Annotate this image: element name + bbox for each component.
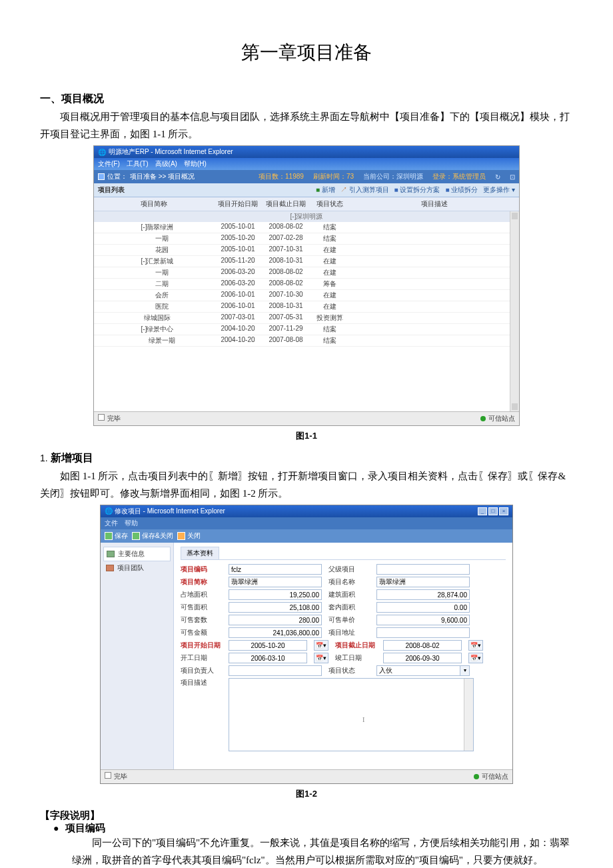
date-picker-end[interactable]: 📅▾ — [468, 653, 483, 663]
field-spec-header: 【字段说明】 — [40, 809, 573, 822]
col-start-date[interactable]: 项目开始日期 — [214, 199, 262, 209]
input-end-date[interactable] — [383, 653, 462, 663]
close-window-button[interactable]: × — [499, 507, 508, 515]
sidebar-item-team[interactable]: 项目团队 — [103, 561, 171, 575]
label-project-short: 项目简称 — [181, 577, 222, 587]
table-row[interactable]: 一期2006-03-202008-08-02在建 — [94, 267, 519, 279]
chapter-title: 第一章项目准备 — [40, 40, 573, 65]
status-trust: 可信站点 — [474, 772, 508, 781]
label-end-date: 竣工日期 — [335, 653, 376, 663]
ie-titlebar: 🌐 明源地产ERP - Microsoft Internet Explorer — [94, 146, 519, 158]
menu-advanced[interactable]: 高级(A) — [155, 159, 177, 169]
input-inside-area[interactable] — [376, 602, 470, 613]
group-row[interactable]: [-]深圳明源 — [94, 211, 519, 222]
menu-help[interactable]: 帮助(H) — [184, 159, 207, 169]
refresh-icon[interactable]: ↻ — [495, 173, 500, 181]
menu-file[interactable]: 文件 — [105, 519, 118, 528]
dialog-toolbar: 保存 保存&关闭 关闭 — [101, 529, 512, 543]
input-begin-date[interactable] — [229, 653, 307, 663]
col-project-short[interactable]: 项目简称 — [94, 199, 214, 209]
table-row[interactable]: 一期2005-10-202007-02-28结案 — [94, 233, 519, 245]
menu-help[interactable]: 帮助 — [125, 519, 138, 528]
table-row[interactable]: [-]绿景中心2004-10-202007-11-29结案 — [94, 324, 519, 335]
label-salable-amount: 可售金额 — [181, 628, 222, 637]
fullscreen-icon[interactable]: ⊡ — [510, 173, 515, 181]
date-picker-begin[interactable]: 📅▾ — [314, 653, 328, 663]
table-row[interactable]: 绿景一期2004-10-202007-08-08结案 — [94, 335, 519, 347]
input-land-area[interactable] — [229, 589, 322, 600]
table-header: 项目简称 项目开始日期 项目截止日期 项目状态 项目描述 — [94, 197, 519, 211]
menu-file[interactable]: 文件(F) — [98, 159, 120, 169]
maximize-button[interactable]: □ — [488, 507, 498, 515]
save-close-button[interactable]: 保存&关闭 — [132, 531, 173, 541]
label-project-status: 项目状态 — [328, 666, 370, 675]
save-icon — [105, 532, 113, 540]
label-begin-date: 开工日期 — [181, 653, 222, 663]
date-picker-deadline[interactable]: 📅▾ — [468, 640, 483, 651]
table-row[interactable]: 花园2005-10-012007-10-31在建 — [94, 245, 519, 256]
figure-1-screenshot: 🌐 明源地产ERP - Microsoft Internet Explorer … — [93, 145, 520, 426]
minimize-button[interactable]: _ — [478, 507, 487, 515]
close-button[interactable]: 关闭 — [177, 531, 201, 541]
textarea-scrollbar[interactable] — [464, 679, 473, 751]
save-button[interactable]: 保存 — [105, 531, 128, 541]
breadcrumb: 项目准备 >> 项目概况 — [130, 172, 195, 181]
label-inside-area: 套内面积 — [328, 603, 370, 612]
label-project-desc: 项目描述 — [181, 678, 222, 687]
input-unit-price[interactable] — [376, 615, 470, 625]
sidebar-item-main-info[interactable]: 主要信息 — [103, 547, 171, 561]
field-1-title: 项目编码 — [65, 822, 105, 835]
input-project-code[interactable] — [229, 564, 322, 575]
input-salable-amount[interactable] — [229, 627, 322, 638]
info-refresh-time: 刷新时间：73 — [313, 172, 354, 181]
input-parent-project[interactable] — [376, 564, 470, 575]
input-salable-units[interactable] — [229, 615, 322, 625]
date-picker-start[interactable]: 📅▾ — [314, 640, 328, 651]
table-row[interactable]: 二期2006-03-202008-08-02筹备 — [94, 279, 519, 290]
status-done: 完毕 — [105, 772, 127, 781]
label-unit-price: 可售单价 — [328, 615, 370, 625]
close-icon — [177, 532, 185, 540]
ie-menubar: 文件(F) 工具(T) 高级(A) 帮助(H) — [94, 158, 519, 170]
input-project-name[interactable] — [376, 577, 470, 587]
vertical-scrollbar[interactable] — [510, 211, 519, 411]
input-project-short[interactable] — [229, 577, 322, 587]
table-row[interactable]: [-]汇景新城2005-11-202008-10-31在建 — [94, 256, 519, 267]
location-bar: 位置： 项目准备 >> 项目概况 项目数：11989 刷新时间：73 当前公司：… — [94, 170, 519, 183]
table-row[interactable]: 会所2006-10-012007-10-30在建 — [94, 290, 519, 301]
menu-tools[interactable]: 工具(T) — [127, 159, 149, 169]
figure-2-screenshot: 🌐 修改项目 - Microsoft Internet Explorer _ □… — [100, 505, 513, 784]
textarea-project-desc[interactable]: I — [229, 678, 474, 751]
label-project-code: 项目编码 — [181, 565, 222, 574]
location-prefix: 位置： — [107, 172, 127, 181]
btn-split-plan[interactable]: ■ 设置拆分方案 — [394, 185, 440, 195]
team-icon — [106, 565, 114, 571]
info-current-company: 当前公司：深圳明源 — [363, 172, 423, 181]
input-build-area[interactable] — [376, 589, 470, 600]
text-cursor-icon: I — [362, 716, 364, 723]
btn-import[interactable]: ↗ 引入测算项目 — [340, 185, 389, 195]
table-row[interactable]: [-]翡翠绿洲2005-10-012008-08-02结案 — [94, 222, 519, 233]
btn-performance-split[interactable]: ■ 业绩拆分 — [445, 185, 478, 195]
input-start-date[interactable] — [229, 640, 307, 651]
table-row[interactable]: 绿城国际2007-03-012007-05-31投资测算 — [94, 313, 519, 324]
col-status[interactable]: 项目状态 — [310, 199, 350, 209]
table-body: [-]深圳明源 [-]翡翠绿洲2005-10-012008-08-02结案一期2… — [94, 211, 519, 411]
select-project-status[interactable]: 入伙▾ — [376, 665, 470, 676]
bullet-icon: ● — [53, 823, 59, 834]
col-description[interactable]: 项目描述 — [350, 199, 519, 209]
table-row[interactable]: 医院2006-10-012008-10-31在建 — [94, 301, 519, 313]
main-info-icon — [107, 551, 115, 557]
btn-more[interactable]: 更多操作 ▾ — [483, 185, 515, 195]
tab-basic-info[interactable]: 基本资料 — [181, 547, 219, 559]
input-project-owner[interactable] — [229, 665, 322, 676]
ie-logo-icon: 🌐 — [105, 507, 113, 515]
col-end-date[interactable]: 项目截止日期 — [262, 199, 310, 209]
location-icon — [98, 173, 105, 180]
input-salable-area[interactable] — [229, 602, 322, 613]
btn-new[interactable]: ■ 新增 — [316, 185, 335, 195]
dialog-menubar: 文件 帮助 — [101, 517, 512, 529]
input-deadline-date[interactable] — [383, 640, 462, 651]
ie-statusbar: 完毕 可信站点 — [94, 411, 519, 425]
input-project-addr[interactable] — [376, 627, 470, 638]
